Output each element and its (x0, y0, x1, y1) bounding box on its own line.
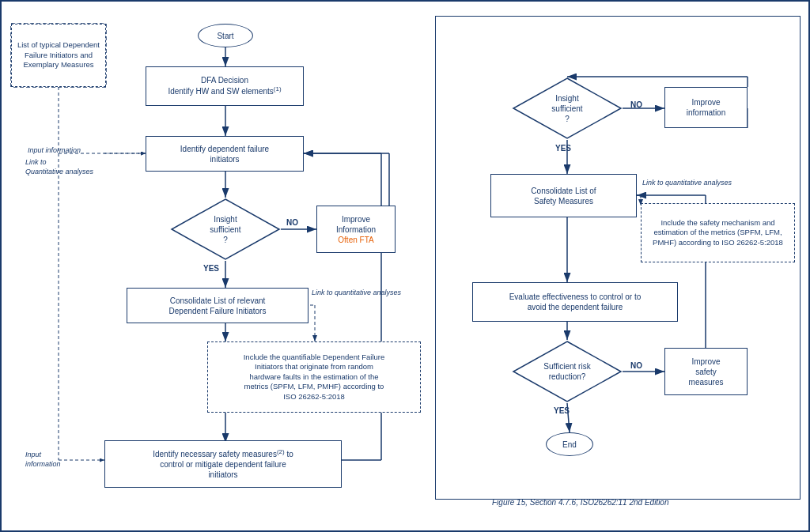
no-label-1: NO (286, 218, 298, 227)
insight1-diamond: Insightsufficient? (170, 198, 281, 261)
figure-caption: Figure 15, Section 4.7.6, ISO26262:11 2n… (492, 498, 669, 507)
identify-initiators-box: Identify dependent failureinitiators (146, 136, 304, 172)
no-label-3: NO (630, 361, 642, 370)
start-oval: Start (198, 24, 253, 47)
include-quantifiable-box: Include the quantifiable Dependent Failu… (207, 341, 421, 413)
insight2-diamond: Insightsufficient? (512, 77, 623, 140)
consolidate-relevant-box: Consolidate List of relevantDependent Fa… (127, 288, 308, 323)
evaluate-box: Evaluate effectiveness to control or toa… (472, 282, 678, 322)
improve-safety-box: Improvesafetymeasures (664, 348, 748, 395)
input-info-label-2: Inputinformation (25, 451, 61, 469)
link-quant-label-left: Link toQuantitative analyses (25, 158, 93, 176)
improve-info-right-box: Improveinformation (664, 87, 748, 128)
improve-info-fta-box: ImproveInformationOften FTA (316, 206, 396, 253)
no-label-2: NO (630, 100, 642, 109)
link-quant-label-1: Link to quantitative analyses (312, 289, 401, 296)
consolidate-safety-box: Consolidate List ofSafety Measures (490, 174, 637, 217)
identify-safety-box: Identify necessary safety measures(2) to… (104, 440, 342, 488)
yes-label-3: YES (554, 406, 570, 415)
input-info-label-1: Input information (28, 146, 81, 154)
sufficient-risk-diamond: Sufficient riskreduction? (512, 340, 623, 403)
link-quant-label-2: Link to quantitative analyses (642, 179, 732, 187)
end-oval: End (546, 432, 593, 456)
diagram-container: List of typical Dependent Failure Initia… (0, 0, 810, 532)
list-dfi-box: List of typical Dependent Failure Initia… (11, 24, 106, 87)
yes-label-1: YES (203, 264, 219, 273)
dfa-decision-box: DFA DecisionIdentify HW and SW elements(… (146, 66, 304, 106)
include-safety-box: Include the safety mechanism andestimati… (641, 203, 795, 262)
yes-label-2: YES (555, 144, 571, 153)
